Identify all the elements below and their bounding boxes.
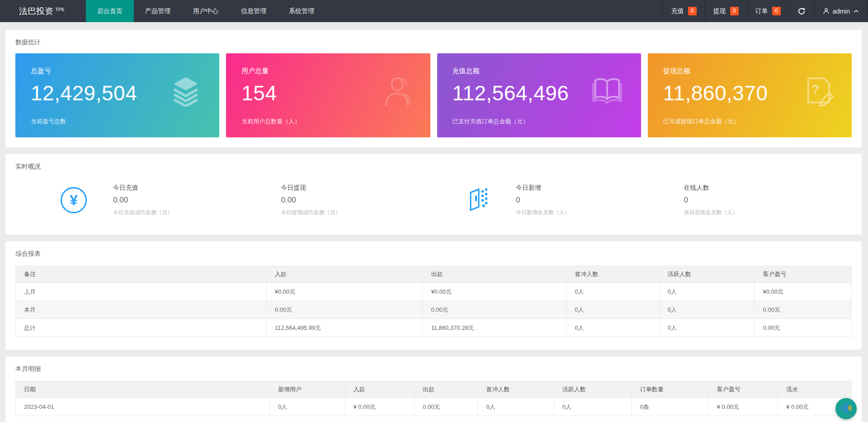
detail-header-cell: 首冲人数: [478, 381, 554, 398]
table-row: 上月 ¥0.00元 ¥0.00元 0人 0人 ¥0.00元: [16, 283, 852, 301]
realtime-item-today-new: 今日新增 0 今日新增会员数（人）: [516, 184, 684, 216]
nav-recharge-label: 充值: [671, 7, 684, 15]
report-cell: 0人: [659, 319, 755, 337]
realtime-desc: 今日充值成功金额（元）: [113, 209, 281, 216]
doc-question-edit-icon: ?: [803, 74, 835, 107]
yen-circle-icon: ¥: [61, 187, 87, 213]
svg-text:?: ?: [811, 82, 820, 97]
detail-header-row: 日期 新增用户 入款 出款 首冲人数 活跃人数 订单数量 客户盈亏 流水: [16, 381, 852, 398]
realtime-row: ¥ 今日充值 0.00 今日充值成功金额（元） 今日提现 0.00 今日提现成功…: [15, 178, 852, 222]
detail-header-cell: 入款: [345, 381, 414, 398]
realtime-panel: 实时概况 ¥ 今日充值 0.00 今日充值成功金额（元） 今日提现 0.00 今…: [5, 154, 862, 234]
nav-withdraw-label: 提现: [713, 7, 726, 15]
month-detail-table: 日期 新增用户 入款 出款 首冲人数 活跃人数 订单数量 客户盈亏 流水 202…: [15, 381, 852, 416]
realtime-label: 今日提现: [281, 184, 449, 192]
month-detail-title: 本月明细: [15, 365, 852, 373]
realtime-desc: 今日提现成功金额（元）: [281, 209, 449, 216]
detail-header-cell: 出款: [414, 381, 478, 398]
stat-card-total-recharge: 充值总额 112,564,496 已支付充值订单总金额（元）: [437, 53, 641, 137]
report-header-cell: 首冲人数: [566, 266, 659, 283]
app-logo-sup: TP6: [55, 7, 64, 12]
announcement-sound-button[interactable]: [835, 398, 857, 419]
detail-cell: ¥ 0.00元: [345, 398, 414, 416]
stat-card-title: 充值总额: [453, 67, 626, 75]
menu-item-home[interactable]: 后台首页: [86, 0, 134, 22]
report-header-cell: 活跃人数: [659, 266, 755, 283]
detail-cell: 0.00元: [414, 398, 478, 416]
realtime-panel-title: 实时概况: [15, 162, 852, 170]
stats-panel: 数据统计 总盈亏 12,429,504 当前盈亏总数 用户总量 154 当前用户…: [5, 30, 862, 147]
report-header-cell: 备注: [16, 266, 267, 283]
report-header-cell: 入款: [266, 266, 423, 283]
users-icon: [380, 73, 413, 108]
report-cell: 0.00元: [755, 319, 852, 337]
report-header-cell: 出款: [423, 266, 566, 283]
app-logo[interactable]: 法巴投资TP6: [0, 0, 86, 22]
realtime-label: 今日充值: [113, 184, 281, 192]
report-cell: 0人: [566, 301, 659, 319]
realtime-item-online: 在线人数 0 当前在线会员数（人）: [684, 184, 852, 216]
nav-recharge-button[interactable]: 充值 0: [663, 0, 705, 22]
open-book-icon: [590, 76, 624, 104]
yen-symbol: ¥: [70, 192, 78, 209]
detail-header-cell: 日期: [16, 381, 270, 398]
nav-orders-button[interactable]: 订单 0: [747, 0, 789, 22]
stat-cards: 总盈亏 12,429,504 当前盈亏总数 用户总量 154 当前用户总数量（人…: [15, 53, 852, 137]
report-cell: 0.00元: [266, 301, 423, 319]
stats-panel-title: 数据统计: [15, 38, 852, 46]
report-panel: 综合报表 备注 入款 出款 首冲人数 活跃人数 客户盈亏 上月 ¥0.00元 ¥…: [5, 241, 862, 350]
nav-orders-label: 订单: [755, 7, 768, 15]
realtime-value: 0: [516, 196, 684, 205]
report-cell: 0人: [566, 283, 659, 301]
stat-card-total-users: 用户总量 154 当前用户总数量（人）: [226, 53, 430, 137]
realtime-value: 0: [684, 196, 852, 205]
detail-cell: 0条: [632, 398, 708, 416]
menu-item-system[interactable]: 系统管理: [278, 0, 326, 22]
report-cell: 0.00元: [755, 301, 852, 319]
report-cell: 本月: [16, 301, 267, 319]
detail-cell: 0人: [478, 398, 554, 416]
nav-right: 充值 0 提现 0 订单 0 a: [663, 0, 868, 22]
menu-item-users[interactable]: 用户中心: [182, 0, 230, 22]
layers-icon: [170, 74, 202, 107]
month-detail-panel: 本月明细 日期 新增用户 入款 出款 首冲人数 活跃人数 订单数量 客户盈亏 流…: [5, 356, 862, 422]
realtime-label: 在线人数: [684, 184, 852, 192]
recharge-count-badge: 0: [688, 7, 697, 15]
app-logo-text: 法巴投资: [19, 5, 53, 17]
table-row: 2023-04-01 0人 ¥ 0.00元 0.00元 0人 0人 0条 ¥ 0…: [16, 398, 852, 416]
user-menu[interactable]: admin: [814, 0, 868, 22]
detail-cell: 2023-04-01: [16, 398, 270, 416]
detail-cell: 0人: [554, 398, 632, 416]
refresh-button[interactable]: [789, 0, 814, 22]
menu-item-info[interactable]: 信息管理: [230, 0, 278, 22]
detail-cell: 0人: [270, 398, 345, 416]
orders-count-badge: 0: [772, 7, 781, 15]
report-panel-title: 综合报表: [15, 249, 852, 258]
menu-item-products[interactable]: 产品管理: [134, 0, 182, 22]
stat-card-total-withdraw: 提现总额 11,860,370 已完成提现订单总金额（元） ?: [648, 53, 852, 137]
report-cell: ¥0.00元: [755, 283, 852, 301]
report-cell: 112,564,495.99元: [266, 319, 423, 337]
realtime-desc: 今日新增会员数（人）: [516, 209, 684, 216]
stat-card-desc: 当前盈亏总数: [31, 117, 204, 126]
report-cell: 0.00元: [423, 301, 566, 319]
main-menu: 后台首页 产品管理 用户中心 信息管理 系统管理: [86, 0, 326, 22]
nav-withdraw-button[interactable]: 提现 0: [705, 0, 747, 22]
realtime-value: 0.00: [113, 196, 281, 205]
chevron-up-icon: [853, 8, 859, 14]
realtime-value: 0.00: [281, 196, 449, 205]
realtime-label: 今日新增: [516, 184, 684, 192]
report-cell: 0人: [659, 283, 755, 301]
detail-header-cell: 订单数量: [632, 381, 708, 398]
refresh-icon: [797, 7, 806, 15]
detail-header-cell: 客户盈亏: [708, 381, 778, 398]
detail-cell: ¥ 0.00元: [708, 398, 778, 416]
table-row: 本月 0.00元 0.00元 0人 0人 0.00元: [16, 301, 852, 319]
detail-header-cell: 流水: [778, 381, 852, 398]
withdraw-count-badge: 0: [730, 7, 739, 15]
speaker-icon: [840, 402, 853, 416]
report-cell: 0人: [659, 301, 755, 319]
report-header-row: 备注 入款 出款 首冲人数 活跃人数 客户盈亏: [16, 266, 852, 283]
realtime-desc: 当前在线会员数（人）: [684, 209, 852, 216]
report-cell: 总计: [16, 319, 267, 337]
